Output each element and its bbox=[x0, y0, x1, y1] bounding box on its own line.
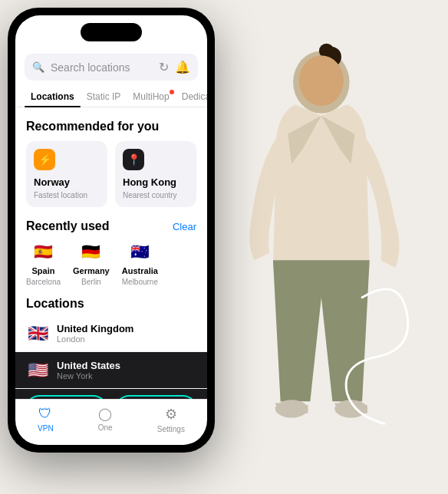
city-australia: Melbourne bbox=[122, 278, 158, 286]
phone-container: 🔍 Search locations ↻ 🔔 Locations Static … bbox=[8, 8, 215, 453]
location-city-uk: London bbox=[57, 334, 196, 344]
scroll-area: Recommended for you ⚡ Norway Fastest loc… bbox=[15, 114, 207, 445]
tab-locations[interactable]: Locations bbox=[25, 87, 81, 107]
tab-dedicated-ip[interactable]: Dedicated IP bbox=[176, 87, 207, 107]
recent-item-germany[interactable]: 🇩🇪 Germany Berlin bbox=[73, 239, 110, 286]
location-name-us: United States bbox=[57, 360, 196, 371]
recently-used-section: Recently used Clear 🇪🇸 Spain Barcelona 🇩… bbox=[15, 216, 207, 294]
nav-settings[interactable]: ⚙ Settings bbox=[157, 406, 185, 433]
recommended-header: Recommended for you bbox=[15, 114, 207, 138]
tab-bar: Locations Static IP MultiHop Dedicated I… bbox=[15, 87, 207, 107]
app-content: 🔍 Search locations ↻ 🔔 Locations Static … bbox=[15, 15, 207, 445]
rec-card-hongkong[interactable]: 📍 Hong Kong Nearest country bbox=[115, 141, 196, 207]
person-decoration bbox=[203, 15, 433, 476]
flag-us: 🇺🇸 bbox=[26, 361, 49, 380]
clear-button[interactable]: Clear bbox=[173, 221, 196, 232]
rec-name-hongkong: Hong Kong bbox=[123, 176, 189, 188]
dynamic-island bbox=[81, 23, 142, 41]
city-spain: Barcelona bbox=[26, 278, 61, 286]
flag-germany: 🇩🇪 bbox=[79, 239, 104, 264]
rec-sub-hongkong: Nearest country bbox=[123, 191, 189, 199]
phone-frame: 🔍 Search locations ↻ 🔔 Locations Static … bbox=[8, 8, 215, 453]
search-placeholder: Search locations bbox=[51, 61, 153, 74]
nav-label-one: One bbox=[98, 423, 113, 432]
search-actions: ↻ 🔔 bbox=[159, 60, 190, 74]
refresh-icon[interactable]: ↻ bbox=[159, 60, 169, 74]
recommended-cards: ⚡ Norway Fastest location 📍 Hong Kong Ne… bbox=[15, 138, 207, 216]
rec-icon-norway: ⚡ bbox=[34, 149, 55, 170]
location-city-us: New York bbox=[57, 371, 196, 380]
flag-uk: 🇬🇧 bbox=[26, 324, 49, 344]
rec-name-norway: Norway bbox=[34, 176, 100, 188]
city-germany: Berlin bbox=[81, 278, 101, 286]
bell-icon[interactable]: 🔔 bbox=[175, 60, 190, 74]
country-spain: Spain bbox=[32, 266, 55, 275]
location-row-uk[interactable]: 🇬🇧 United Kingdom London bbox=[15, 315, 207, 352]
recent-items-list: 🇪🇸 Spain Barcelona 🇩🇪 Germany Berlin 🇦� bbox=[26, 239, 196, 286]
flag-spain: 🇪🇸 bbox=[31, 239, 56, 264]
nav-label-vpn: VPN bbox=[38, 424, 54, 433]
rec-icon-hongkong: 📍 bbox=[123, 149, 144, 170]
rec-sub-norway: Fastest location bbox=[34, 191, 100, 199]
location-info-us: United States New York bbox=[57, 360, 196, 380]
tab-multihop[interactable]: MultiHop bbox=[127, 87, 175, 107]
recent-item-australia[interactable]: 🇦🇺 Australia Melbourne bbox=[122, 239, 158, 286]
svg-point-3 bbox=[299, 55, 344, 106]
tab-static-ip[interactable]: Static IP bbox=[81, 87, 127, 107]
recent-item-spain[interactable]: 🇪🇸 Spain Barcelona bbox=[26, 239, 61, 286]
flag-australia: 🇦🇺 bbox=[127, 239, 152, 264]
recently-header: Recently used Clear bbox=[26, 219, 196, 233]
vpn-icon: 🛡 bbox=[38, 406, 52, 422]
country-australia: Australia bbox=[122, 266, 158, 275]
rec-card-norway[interactable]: ⚡ Norway Fastest location bbox=[26, 141, 107, 207]
bottom-nav: 🛡 VPN ◯ One ⚙ Settings bbox=[15, 399, 207, 445]
nav-one[interactable]: ◯ One bbox=[98, 407, 113, 432]
one-icon: ◯ bbox=[98, 407, 112, 421]
search-icon: 🔍 bbox=[32, 61, 44, 73]
country-germany: Germany bbox=[73, 266, 110, 275]
location-row-us[interactable]: 🇺🇸 United States New York bbox=[15, 352, 207, 389]
search-bar[interactable]: 🔍 Search locations ↻ 🔔 bbox=[25, 54, 198, 81]
settings-icon: ⚙ bbox=[165, 406, 177, 423]
location-info-uk: United Kingdom London bbox=[57, 323, 196, 344]
nav-label-settings: Settings bbox=[157, 425, 185, 433]
location-name-uk: United Kingdom bbox=[57, 323, 196, 334]
recently-title: Recently used bbox=[26, 219, 109, 233]
nav-vpn[interactable]: 🛡 VPN bbox=[38, 406, 54, 433]
multihop-dot bbox=[170, 90, 174, 94]
locations-title: Locations bbox=[15, 297, 207, 315]
phone-screen: 🔍 Search locations ↻ 🔔 Locations Static … bbox=[15, 15, 207, 445]
